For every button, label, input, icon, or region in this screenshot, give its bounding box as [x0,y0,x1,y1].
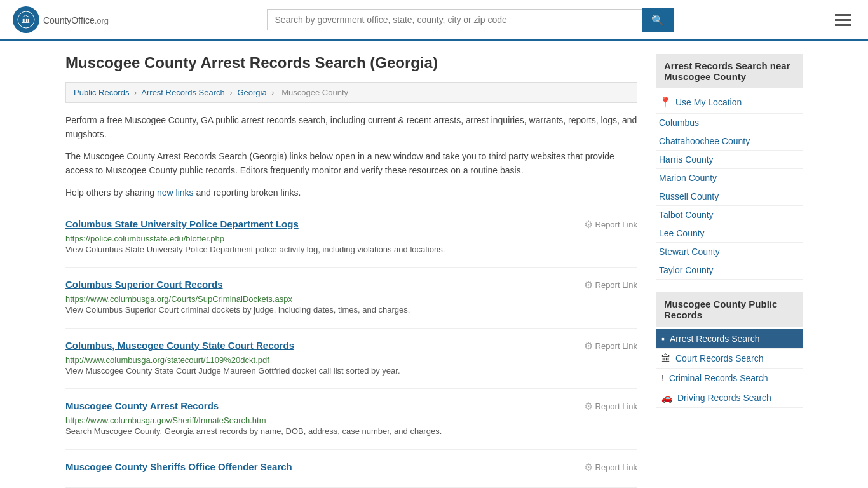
nearby-list-item: Lee County [656,224,803,243]
result-title: Muscogee County Sheriffs Office Offender… [65,461,292,472]
svg-text:🏛: 🏛 [22,15,31,25]
report-icon: ⚙ [584,461,593,473]
result-header: Columbus Superior Court Records ⚙ Report… [65,279,637,291]
result-link-1[interactable]: Columbus Superior Court Records [65,279,223,290]
nearby-link-1[interactable]: Chattahoochee County [659,136,750,146]
search-area: 🔍 [267,8,674,32]
result-title: Muscogee County Arrest Records [65,400,219,411]
report-link-3[interactable]: ⚙ Report Link [584,400,637,412]
result-desc-3: Search Muscogee County, Georgia arrest r… [65,425,637,438]
breadcrumb-georgia[interactable]: Georgia [237,88,266,97]
results-list: Columbus State University Police Departm… [65,207,637,488]
result-title: Columbus State University Police Departm… [65,219,299,229]
description-para3: Help others by sharing new links and rep… [65,186,637,200]
logo-area: 🏛 CountyOffice.org [13,6,109,33]
content-area: Muscogee County Arrest Records Search (G… [65,54,637,488]
result-desc-2: View Muscogee County State Court Judge M… [65,365,637,377]
menu-button[interactable] [831,10,855,30]
result-item: Columbus State University Police Departm… [65,207,637,268]
pub-rec-link-1[interactable]: Court Records Search [675,353,764,363]
pub-rec-link-2[interactable]: Criminal Records Search [669,373,768,383]
result-item: Columbus Superior Court Records ⚙ Report… [65,268,637,329]
public-records-list: ▪Arrest Records Search🏛Court Records Sea… [656,329,803,408]
use-location: 📍 Use My Location [656,91,803,114]
nearby-link-6[interactable]: Lee County [659,228,705,238]
result-url-3[interactable]: https://www.columbusga.gov/Sheriff/Inmat… [65,416,266,425]
pub-rec-icon-3: 🚗 [661,393,672,403]
result-desc-0: View Columbus State University Police De… [65,243,637,256]
header: 🏛 CountyOffice.org 🔍 [0,0,868,41]
nearby-list-item: Russell County [656,187,803,206]
description-para2: The Muscogee County Arrest Records Searc… [65,149,637,178]
report-icon: ⚙ [584,279,593,291]
result-link-4[interactable]: Muscogee County Sheriffs Office Offender… [65,461,292,472]
nearby-list-item: Stewart County [656,243,803,261]
report-icon: ⚙ [584,219,593,231]
nearby-list-item: Taylor County [656,261,803,280]
breadcrumb: Public Records › Arrest Records Search ›… [65,82,637,103]
report-link-4[interactable]: ⚙ Report Link [584,461,637,473]
nearby-list-item: Talbot County [656,206,803,224]
nearby-header: Arrest Records Search near Muscogee Coun… [656,54,803,88]
result-item: Muscogee County Sheriffs Office Offender… [65,450,637,488]
report-icon: ⚙ [584,400,593,412]
result-title: Columbus, Muscogee County State Court Re… [65,340,294,351]
result-header: Muscogee County Sheriffs Office Offender… [65,461,637,473]
result-desc-1: View Columbus Superior Court criminal do… [65,304,637,316]
pub-rec-item[interactable]: !Criminal Records Search [656,369,803,388]
pub-rec-icon-1: 🏛 [661,353,670,363]
public-records-section: Muscogee County Public Records ▪Arrest R… [656,292,803,408]
nearby-list-item: Harris County [656,151,803,169]
logo-icon: 🏛 [13,6,39,33]
result-header: Columbus State University Police Departm… [65,219,637,231]
pub-rec-icon-2: ! [661,373,664,383]
nearby-link-4[interactable]: Russell County [659,191,719,201]
result-link-2[interactable]: Columbus, Muscogee County State Court Re… [65,340,294,351]
nearby-section: Arrest Records Search near Muscogee Coun… [656,54,803,280]
result-item: Columbus, Muscogee County State Court Re… [65,329,637,390]
result-header: Muscogee County Arrest Records ⚙ Report … [65,400,637,412]
nearby-link-0[interactable]: Columbus [659,118,699,128]
use-location-link[interactable]: Use My Location [675,97,742,107]
report-icon: ⚙ [584,340,593,352]
breadcrumb-public-records[interactable]: Public Records [74,88,129,97]
new-links-link[interactable]: new links [157,187,194,198]
pub-rec-item[interactable]: ▪Arrest Records Search [656,329,803,349]
description-para1: Perform a free Muscogee County, GA publi… [65,113,637,142]
location-dot-icon: 📍 [659,96,672,108]
nearby-list-item: Columbus [656,114,803,132]
breadcrumb-current: Muscogee County [281,88,348,97]
pub-rec-item[interactable]: 🚗Driving Records Search [656,388,803,408]
nearby-link-2[interactable]: Harris County [659,154,714,165]
pub-rec-link-3[interactable]: Driving Records Search [677,393,771,403]
main-wrap: Muscogee County Arrest Records Search (G… [53,41,815,488]
nearby-link-5[interactable]: Talbot County [659,210,714,220]
public-records-header: Muscogee County Public Records [656,292,803,327]
result-url-1[interactable]: https://www.columbusga.org/Courts/SupCri… [65,294,292,304]
result-title: Columbus Superior Court Records [65,279,223,290]
nearby-link-3[interactable]: Marion County [659,173,717,183]
nearby-list-item: Marion County [656,169,803,187]
pub-rec-icon-0: ▪ [661,334,665,344]
pub-rec-link-0[interactable]: Arrest Records Search [670,334,760,344]
search-input[interactable] [267,9,642,30]
report-link-0[interactable]: ⚙ Report Link [584,219,637,231]
report-link-2[interactable]: ⚙ Report Link [584,340,637,352]
report-link-1[interactable]: ⚙ Report Link [584,279,637,291]
sidebar: Arrest Records Search near Muscogee Coun… [656,54,803,488]
page-title: Muscogee County Arrest Records Search (G… [65,54,637,72]
result-item: Muscogee County Arrest Records ⚙ Report … [65,389,637,450]
nearby-list-item: Chattahoochee County [656,132,803,151]
result-header: Columbus, Muscogee County State Court Re… [65,340,637,352]
result-url-0[interactable]: https://police.columbusstate.edu/blotter… [65,234,224,243]
result-link-3[interactable]: Muscogee County Arrest Records [65,400,219,411]
search-button[interactable]: 🔍 [642,8,674,32]
nearby-link-8[interactable]: Taylor County [659,265,714,275]
pub-rec-item[interactable]: 🏛Court Records Search [656,349,803,369]
logo-text: CountyOffice.org [43,13,109,27]
breadcrumb-arrest-records[interactable]: Arrest Records Search [141,88,225,97]
result-url-2[interactable]: http://www.columbusga.org/statecourt/110… [65,355,269,365]
nearby-link-7[interactable]: Stewart County [659,247,720,257]
result-link-0[interactable]: Columbus State University Police Departm… [65,219,299,229]
nearby-list: ColumbusChattahoochee CountyHarris Count… [656,114,803,280]
